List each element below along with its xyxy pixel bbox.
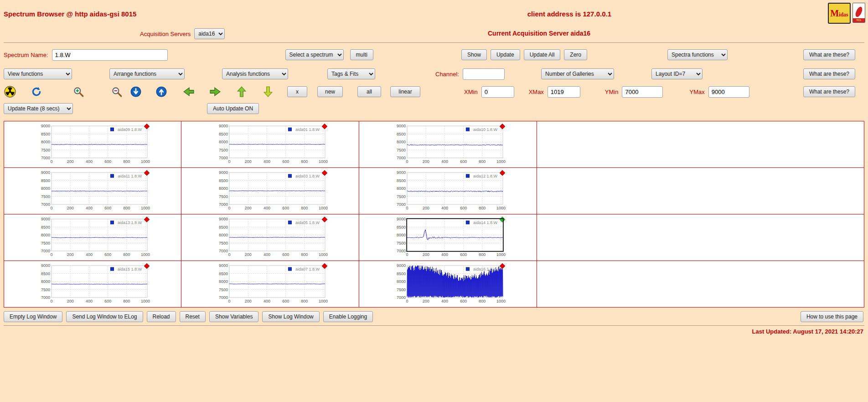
svg-text:aida12 1.8.W: aida12 1.8.W [473, 174, 497, 178]
show-variables-button[interactable]: Show Variables [209, 311, 259, 322]
analysis-functions-dropdown[interactable]: Analysis functions [222, 68, 288, 79]
update-all-button[interactable]: Update All [524, 49, 561, 60]
show-button[interactable]: Show [461, 49, 487, 60]
update-button[interactable]: Update [491, 49, 520, 60]
arrange-functions-dropdown[interactable]: Arrange functions [109, 68, 185, 79]
gallery-cell-aida09[interactable]: 7000750080008500900002004006008001000aid… [4, 121, 181, 168]
svg-text:1000: 1000 [319, 206, 328, 210]
svg-text:600: 600 [460, 206, 467, 210]
empty-log-window-button[interactable]: Empty Log Window [4, 311, 62, 322]
spectrum-chart-aida10[interactable]: 7000750080008500900002004006008001000aid… [391, 122, 506, 167]
channel-input[interactable] [463, 68, 505, 80]
spectra-functions-dropdown[interactable]: Spectra functions [667, 49, 728, 60]
gallery-cell-aida14[interactable]: 7000750080008500900002004006008001000aid… [359, 214, 537, 261]
arrow-left-icon[interactable] [182, 85, 195, 98]
spectrum-chart-aida11[interactable]: 7000750080008500900002004006008001000aid… [35, 169, 150, 213]
svg-text:9000: 9000 [218, 217, 227, 221]
spectrum-chart-aida05[interactable]: 7000750080008500900002004006008001000aid… [213, 215, 328, 260]
zero-button[interactable]: Zero [564, 49, 587, 60]
tcl-powered-logo[interactable]: TCL [852, 3, 865, 23]
zoom-out-icon[interactable] [110, 85, 123, 98]
svg-text:7000: 7000 [396, 156, 405, 160]
send-log-to-elog-button[interactable]: Send Log Window to ELog [66, 311, 143, 322]
spectrum-chart-aida03[interactable]: 7000750080008500900002004006008001000aid… [213, 169, 328, 213]
svg-text:8000: 8000 [396, 140, 405, 144]
what-are-these-button-3[interactable]: What are these? [803, 86, 855, 97]
ymax-input[interactable] [708, 86, 749, 98]
ymin-input[interactable] [622, 86, 663, 98]
select-spectrum-dropdown[interactable]: Select a spectrum [285, 49, 344, 60]
what-are-these-button-2[interactable]: What are these? [803, 68, 855, 79]
gallery-cell-aida11[interactable]: 7000750080008500900002004006008001000aid… [4, 168, 181, 214]
new-button[interactable]: new [317, 86, 343, 97]
midas-logo[interactable]: Midas [828, 3, 851, 24]
arrow-right-icon[interactable] [209, 85, 222, 98]
svg-text:7500: 7500 [41, 241, 50, 245]
svg-text:400: 400 [263, 299, 270, 303]
svg-text:800: 800 [301, 252, 308, 257]
spectrum-chart-aida15[interactable]: 7000750080008500900002004006008001000aid… [35, 262, 150, 306]
svg-text:8500: 8500 [396, 178, 405, 183]
svg-text:0: 0 [406, 299, 408, 303]
acquisition-row: Acquisition Servers aida16 Current Acqui… [0, 26, 868, 41]
gallery-cell-aida07[interactable]: 7000750080008500900002004006008001000aid… [181, 261, 359, 307]
svg-text:1000: 1000 [319, 159, 328, 164]
spectrum-chart-aida07[interactable]: 7000750080008500900002004006008001000aid… [213, 262, 328, 306]
svg-text:7500: 7500 [218, 241, 227, 245]
scroll-down-icon[interactable] [129, 85, 142, 98]
svg-text:7000: 7000 [218, 295, 227, 300]
gallery-cell-aida13[interactable]: 7000750080008500900002004006008001000aid… [4, 214, 181, 261]
gallery-cell-aida03[interactable]: 7000750080008500900002004006008001000aid… [181, 168, 359, 214]
refresh-icon[interactable] [30, 85, 43, 98]
update-rate-dropdown[interactable]: Update Rate (8 secs) [4, 103, 73, 114]
zoom-in-icon[interactable] [72, 85, 85, 98]
tags-fits-dropdown[interactable]: Tags & Fits [327, 68, 375, 79]
gallery-cell-aida10[interactable]: 7000750080008500900002004006008001000aid… [359, 121, 537, 168]
auto-update-button[interactable]: Auto Update ON [207, 103, 259, 114]
enable-logging-button[interactable]: Enable Logging [323, 311, 373, 322]
reset-button[interactable]: Reset [180, 311, 206, 322]
spectrum-chart-aida01[interactable]: 7000750080008500900002004006008001000aid… [213, 122, 328, 167]
spectrum-chart-aida13[interactable]: 7000750080008500900002004006008001000aid… [35, 215, 150, 260]
svg-text:8000: 8000 [41, 233, 50, 237]
how-to-use-button[interactable]: How to use this page [801, 311, 863, 322]
show-log-window-button[interactable]: Show Log Window [262, 311, 319, 322]
layout-id-dropdown[interactable]: Layout ID=7 [651, 68, 703, 79]
radiation-icon[interactable] [4, 85, 16, 98]
number-of-galleries-dropdown[interactable]: Number of Galleries [541, 68, 614, 79]
spectrum-chart-aida14[interactable]: 7000750080008500900002004006008001000aid… [391, 215, 506, 260]
x-button[interactable]: x [287, 86, 307, 97]
page-title: Spectrum Browser @ http aidas-gsi 8015 [4, 10, 136, 18]
gallery-cell-empty [537, 168, 864, 214]
spectrum-chart-aida12[interactable]: 7000750080008500900002004006008001000aid… [391, 169, 506, 213]
scroll-up-icon[interactable] [155, 85, 168, 98]
svg-text:200: 200 [67, 252, 74, 257]
acquisition-servers-label: Acquisition Servers [140, 31, 191, 37]
acquisition-server-select[interactable]: aida16 [194, 28, 225, 39]
svg-text:7500: 7500 [41, 148, 50, 152]
svg-text:8500: 8500 [41, 178, 50, 183]
arrow-down-icon[interactable] [262, 85, 274, 98]
xmax-input[interactable] [548, 86, 580, 98]
arrow-up-icon[interactable] [235, 85, 248, 98]
gallery-cell-aida01[interactable]: 7000750080008500900002004006008001000aid… [181, 121, 359, 168]
view-functions-dropdown[interactable]: View functions [4, 68, 72, 79]
spectrum-chart-aida16[interactable]: 7000750080008500900002004006008001000aid… [391, 262, 506, 306]
multi-button[interactable]: multi [350, 49, 373, 60]
what-are-these-button-1[interactable]: What are these? [803, 49, 855, 60]
gallery-cell-aida16[interactable]: 7000750080008500900002004006008001000aid… [359, 261, 537, 307]
linear-button[interactable]: linear [390, 86, 420, 97]
svg-text:aida07 1.8.W: aida07 1.8.W [295, 267, 320, 271]
svg-text:800: 800 [479, 252, 486, 257]
reload-button[interactable]: Reload [147, 311, 176, 322]
gallery-cell-aida05[interactable]: 7000750080008500900002004006008001000aid… [181, 214, 359, 261]
gallery-cell-aida15[interactable]: 7000750080008500900002004006008001000aid… [4, 261, 181, 307]
svg-text:400: 400 [263, 159, 270, 164]
all-button[interactable]: all [357, 86, 381, 97]
gallery-cell-aida12[interactable]: 7000750080008500900002004006008001000aid… [359, 168, 537, 214]
spectrum-name-input[interactable] [52, 49, 168, 61]
spectrum-chart-aida09[interactable]: 7000750080008500900002004006008001000aid… [35, 122, 150, 167]
svg-text:1000: 1000 [496, 252, 506, 257]
gallery-cell-empty [537, 261, 864, 307]
xmin-input[interactable] [481, 86, 514, 98]
